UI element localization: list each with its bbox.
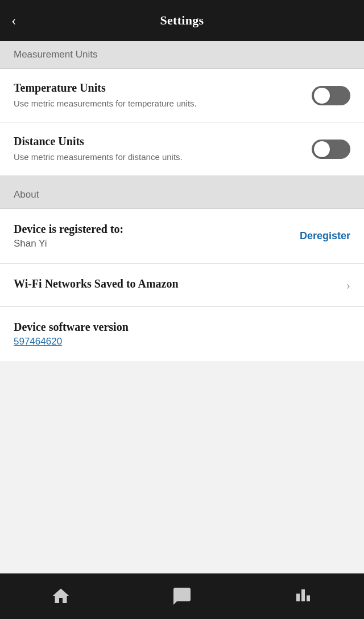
wifi-networks-row[interactable]: Wi-Fi Networks Saved to Amazon › xyxy=(0,264,364,307)
distance-units-toggle[interactable] xyxy=(312,140,350,159)
software-version-title: Device software version xyxy=(14,321,350,334)
temperature-units-title: Temperature Units xyxy=(14,81,300,95)
device-registered-row: Device is registered to: Shan Yi Deregis… xyxy=(0,209,364,264)
temperature-units-row: Temperature Units Use metric measurement… xyxy=(0,69,364,122)
temperature-units-toggle[interactable] xyxy=(312,86,350,105)
device-registered-user: Shan Yi xyxy=(14,238,300,249)
content-area: Measurement Units Temperature Units Use … xyxy=(0,41,364,573)
wifi-networks-title: Wi-Fi Networks Saved to Amazon xyxy=(14,277,346,290)
about-card: Device is registered to: Shan Yi Deregis… xyxy=(0,209,364,361)
chevron-right-icon: › xyxy=(346,278,350,293)
chat-nav-button[interactable] xyxy=(172,586,192,606)
distance-units-desc: Use metric measurements for distance uni… xyxy=(14,151,300,163)
distance-toggle-knob xyxy=(314,141,330,157)
software-version-link[interactable]: 597464620 xyxy=(14,336,62,347)
distance-units-row: Distance Units Use metric measurements f… xyxy=(0,122,364,175)
back-button[interactable]: ‹ xyxy=(11,12,16,29)
deregister-button[interactable]: Deregister xyxy=(300,230,350,242)
software-version-row: Device software version 597464620 xyxy=(0,307,364,361)
app-header: ‹ Settings xyxy=(0,0,364,41)
measurement-units-card: Temperature Units Use metric measurement… xyxy=(0,69,364,175)
distance-units-title: Distance Units xyxy=(14,135,300,148)
about-section-header: About xyxy=(0,181,364,209)
temperature-units-desc: Use metric measurements for temperature … xyxy=(14,97,300,109)
measurement-section-header: Measurement Units xyxy=(0,41,364,69)
device-registered-title: Device is registered to: xyxy=(14,223,300,236)
temperature-toggle-knob xyxy=(314,88,330,104)
bottom-navigation xyxy=(0,573,364,619)
page-title: Settings xyxy=(160,13,204,28)
barchart-nav-button[interactable] xyxy=(293,586,313,606)
home-nav-button[interactable] xyxy=(51,586,71,606)
section-divider xyxy=(0,175,364,181)
